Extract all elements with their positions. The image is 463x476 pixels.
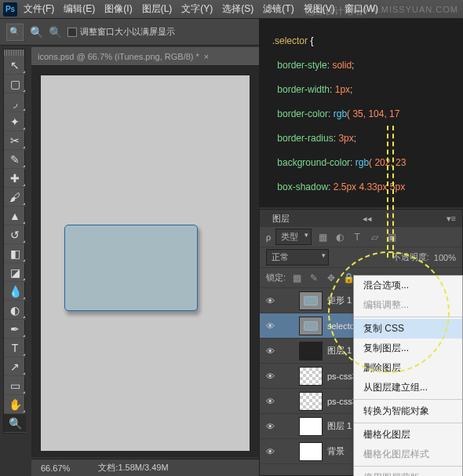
status-bar: 66.67% 文档:1.58M/3.49M — [31, 459, 259, 476]
visibility-icon[interactable]: 👁 — [260, 397, 280, 406]
tool-hand[interactable]: ✋ — [4, 395, 26, 414]
current-tool-thumb[interactable]: 🔍 — [6, 24, 24, 41]
app-logo: Ps — [3, 2, 17, 16]
tool-gradient[interactable]: ◪ — [4, 263, 26, 282]
filter-adjust-icon[interactable]: ◐ — [334, 231, 346, 243]
ctx--[interactable]: 混合选项... — [354, 276, 462, 295]
filter-shape-icon[interactable]: ▱ — [368, 231, 381, 243]
visibility-icon[interactable]: 👁 — [260, 296, 280, 306]
layer-context-menu: 混合选项...编辑调整...复制 CSS复制图层...删除图层从图层建立组...… — [353, 275, 463, 476]
checkbox-label: 调整窗口大小以满屏显示 — [80, 26, 175, 38]
tool-eyedrop[interactable]: ✎ — [4, 150, 26, 169]
menu-separator — [354, 466, 462, 467]
visibility-icon[interactable]: 👁 — [260, 372, 280, 381]
visibility-icon[interactable]: 👁 — [260, 422, 280, 431]
tab-title: icons.psd @ 66.7% (iTunes.png, RGB/8) * — [38, 52, 199, 61]
panel-tabs: 图层 ◂◂ ▾≡ — [260, 210, 462, 227]
menu-filter[interactable]: 滤镜(T) — [263, 2, 293, 16]
layer-filter-row: ρ 类型 ▦ ◐ T ▱ ▣ — [260, 227, 462, 247]
layer-name: 矩形 1 — [327, 295, 352, 306]
blend-mode-dropdown[interactable]: 正常 — [266, 249, 329, 265]
visibility-icon[interactable]: 👁 — [260, 447, 280, 456]
layer-name: 背景 — [327, 445, 345, 457]
menu-separator — [354, 399, 462, 400]
tool-path[interactable]: ↗ — [4, 357, 26, 376]
menu-select[interactable]: 选择(S) — [222, 2, 253, 16]
layer-name: 图层 1 — [327, 420, 352, 432]
ctx--: 停用图层蒙版 — [354, 468, 462, 476]
lock-label: 锁定: — [266, 272, 286, 284]
tool-brush[interactable]: 🖌 — [4, 188, 26, 207]
tool-move[interactable]: ↖ — [4, 56, 26, 75]
canvas[interactable] — [41, 75, 250, 451]
visibility-icon[interactable]: 👁 — [260, 346, 280, 356]
menu-separator — [354, 317, 462, 317]
tool-crop[interactable]: ✂ — [4, 131, 26, 150]
close-icon[interactable]: × — [204, 52, 209, 61]
doc-size: 文档:1.58M/3.49M — [98, 462, 168, 474]
layer-thumb — [299, 342, 323, 361]
filter-type-icon[interactable]: T — [351, 231, 363, 243]
filter-type-dropdown[interactable]: 类型 — [275, 229, 312, 245]
checkbox-icon — [67, 27, 77, 37]
tool-shape[interactable]: ▭ — [4, 376, 26, 395]
ctx--: 编辑调整... — [354, 295, 462, 315]
panel-menu-icon[interactable]: ◂◂ — [363, 214, 372, 224]
tool-lasso[interactable]: ◞ — [4, 93, 26, 112]
tool-pen[interactable]: ✒ — [4, 320, 26, 339]
tool-dodge[interactable]: ◐ — [4, 301, 26, 320]
layer-thumb — [299, 291, 323, 310]
ctx--: 栅格化图层样式 — [354, 445, 462, 464]
document-tab[interactable]: icons.psd @ 66.7% (iTunes.png, RGB/8) * … — [31, 47, 259, 66]
menu-edit[interactable]: 编辑(E) — [64, 2, 95, 16]
tool-zoom[interactable]: 🔍 — [4, 414, 26, 433]
toolbox: ↖ ▢ ◞ ✦ ✂ ✎ ✚ 🖌 ▲ ↺ ◧ ◪ 💧 ◐ ✒ T ↗ ▭ ✋ 🔍 — [3, 49, 25, 434]
tool-stamp[interactable]: ▲ — [4, 207, 26, 225]
tool-type[interactable]: T — [4, 339, 26, 357]
tool-marquee[interactable]: ▢ — [4, 75, 26, 93]
layer-thumb — [299, 317, 323, 335]
lock-trans-icon[interactable]: ▦ — [290, 272, 303, 284]
ctx--[interactable]: 栅格化图层 — [354, 425, 462, 445]
opacity-value[interactable]: 100% — [434, 253, 456, 262]
document-area: icons.psd @ 66.7% (iTunes.png, RGB/8) * … — [31, 47, 259, 457]
tool-wand[interactable]: ✦ — [4, 112, 26, 131]
menu-type[interactable]: 文字(Y) — [181, 2, 213, 16]
layer-name: 图层 1 — [327, 345, 352, 357]
ctx--[interactable]: 转换为智能对象 — [354, 401, 462, 421]
watermark-url: WWW.MISSYUAN.COM — [352, 5, 458, 14]
layer-thumb — [299, 442, 323, 461]
ctx--[interactable]: 从图层建立组... — [354, 378, 462, 397]
opacity-label: 不透明度: — [392, 251, 429, 263]
menu-separator — [354, 423, 462, 423]
menu-file[interactable]: 文件(F) — [24, 2, 54, 16]
tool-blur[interactable]: 💧 — [4, 282, 26, 301]
resize-window-checkbox[interactable]: 调整窗口大小以满屏显示 — [67, 26, 175, 38]
ctx--[interactable]: 删除图层 — [354, 358, 462, 378]
ctx--CSS[interactable]: 复制 CSS — [354, 319, 462, 339]
panel-menu-icon2[interactable]: ▾≡ — [447, 214, 456, 224]
zoom-level[interactable]: 66.67% — [41, 463, 70, 473]
zoom-out-icon[interactable]: 🔍 — [49, 26, 61, 38]
ctx--[interactable]: 复制图层... — [354, 339, 462, 358]
filter-pixel-icon[interactable]: ▦ — [316, 231, 329, 243]
zoom-in-icon[interactable]: 🔍 — [30, 26, 42, 38]
lock-paint-icon[interactable]: ✎ — [308, 272, 320, 284]
filter-label: ρ — [266, 233, 271, 242]
layer-thumb — [299, 417, 323, 436]
tool-history[interactable]: ↺ — [4, 225, 26, 244]
css-output-panel: .selector { border-style: solid; border-… — [259, 19, 463, 207]
lock-move-icon[interactable]: ✥ — [325, 272, 337, 284]
selector-shape[interactable] — [64, 225, 198, 311]
tool-eraser[interactable]: ◧ — [4, 244, 26, 263]
filter-smart-icon[interactable]: ▣ — [385, 231, 398, 243]
menu-layer[interactable]: 图层(L) — [142, 2, 173, 16]
layer-thumb — [299, 392, 323, 411]
menu-image[interactable]: 图像(I) — [104, 2, 132, 16]
tool-heal[interactable]: ✚ — [4, 169, 26, 188]
toolbox-grip[interactable] — [4, 49, 24, 56]
blend-row: 正常 不透明度: 100% — [260, 247, 462, 268]
tab-layers[interactable]: 图层 — [266, 213, 296, 225]
visibility-icon[interactable]: 👁 — [260, 321, 280, 331]
layer-thumb — [299, 367, 323, 386]
